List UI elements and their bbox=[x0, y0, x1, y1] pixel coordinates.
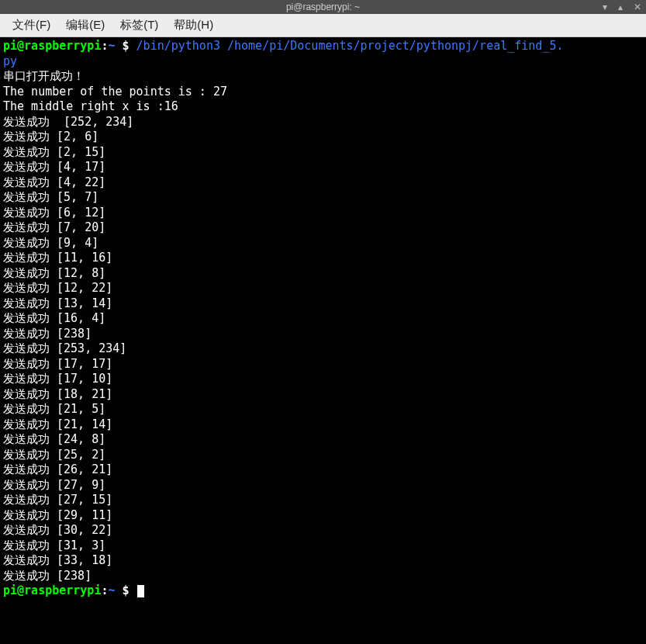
menu-help[interactable]: 帮助(H) bbox=[166, 15, 221, 36]
send-line: 发送成功 [25, 2] bbox=[3, 448, 643, 463]
window-titlebar[interactable]: pi@raspberrypi: ~ ▾ ▴ ✕ bbox=[0, 0, 646, 14]
menu-edit[interactable]: 编辑(E) bbox=[58, 15, 112, 36]
send-line: 发送成功 [30, 22] bbox=[3, 523, 643, 538]
ps1-path: ~ bbox=[108, 39, 115, 53]
send-line: 发送成功 [12, 8] bbox=[3, 266, 643, 282]
terminal-output[interactable]: pi@raspberrypi:~ $ /bin/python3 /home/pi… bbox=[0, 37, 646, 644]
send-line: 发送成功 [27, 15] bbox=[3, 493, 643, 508]
send-line: 发送成功 [7, 20] bbox=[3, 220, 643, 236]
send-line: 发送成功 [17, 17] bbox=[3, 357, 643, 372]
command-script: /home/pi/Documents/project/pythonpj/real… bbox=[227, 39, 563, 53]
window-title: pi@raspberrypi: ~ bbox=[286, 2, 360, 12]
send-line: 发送成功 [12, 22] bbox=[3, 281, 643, 296]
window-controls: ▾ ▴ ✕ bbox=[603, 2, 641, 12]
close-button[interactable]: ✕ bbox=[634, 2, 641, 12]
send-line: 发送成功 [2, 6] bbox=[3, 130, 643, 145]
send-line: 发送成功 [29, 11] bbox=[3, 508, 643, 524]
minimize-button[interactable]: ▾ bbox=[603, 2, 607, 12]
send-line: 发送成功 [13, 14] bbox=[3, 296, 643, 312]
command-interpreter: /bin/python3 bbox=[136, 39, 220, 53]
send-line: 发送成功 [5, 7] bbox=[3, 190, 643, 206]
terminal-window: pi@raspberrypi: ~ ▾ ▴ ✕ 文件(F) 编辑(E) 标签(T… bbox=[0, 0, 646, 644]
serial-open-ok: 串口打开成功！ bbox=[3, 69, 85, 83]
ps1-userhost: pi@raspberrypi bbox=[3, 39, 101, 53]
send-line: 发送成功 [16, 4] bbox=[3, 311, 643, 327]
send-line: 发送成功 [33, 18] bbox=[3, 553, 643, 569]
maximize-button[interactable]: ▴ bbox=[618, 2, 623, 12]
send-line: 发送成功 [21, 14] bbox=[3, 417, 643, 433]
send-line: 发送成功 [17, 10] bbox=[3, 372, 643, 387]
send-line: 发送成功 [27, 9] bbox=[3, 478, 643, 493]
terminal-cursor bbox=[137, 585, 144, 597]
points-count-line: The number of the points is : 27 bbox=[3, 85, 227, 99]
send-line: 发送成功 [18, 21] bbox=[3, 387, 643, 403]
send-line: 发送成功 [2, 15] bbox=[3, 145, 643, 161]
send-line: 发送成功 [238] bbox=[3, 327, 643, 342]
send-line: 发送成功 [4, 22] bbox=[3, 175, 643, 191]
send-line: 发送成功 [4, 17] bbox=[3, 160, 643, 175]
send-line: 发送成功 [9, 4] bbox=[3, 236, 643, 251]
menu-file[interactable]: 文件(F) bbox=[5, 15, 58, 36]
send-line: 发送成功 [21, 5] bbox=[3, 402, 643, 417]
menubar: 文件(F) 编辑(E) 标签(T) 帮助(H) bbox=[0, 14, 646, 37]
menu-tabs[interactable]: 标签(T) bbox=[112, 15, 166, 36]
send-line: 发送成功 [31, 3] bbox=[3, 538, 643, 554]
send-line: 发送成功 [11, 16] bbox=[3, 251, 643, 266]
send-line: 发送成功 [253, 234] bbox=[3, 341, 643, 357]
send-line: 发送成功 [252, 234] bbox=[3, 115, 643, 130]
send-line: 发送成功 [6, 12] bbox=[3, 206, 643, 221]
middle-right-x-line: The middle right x is :16 bbox=[3, 99, 178, 113]
send-line: 发送成功 [24, 8] bbox=[3, 432, 643, 448]
send-line: 发送成功 [238] bbox=[3, 569, 643, 584]
send-line: 发送成功 [26, 21] bbox=[3, 462, 643, 478]
